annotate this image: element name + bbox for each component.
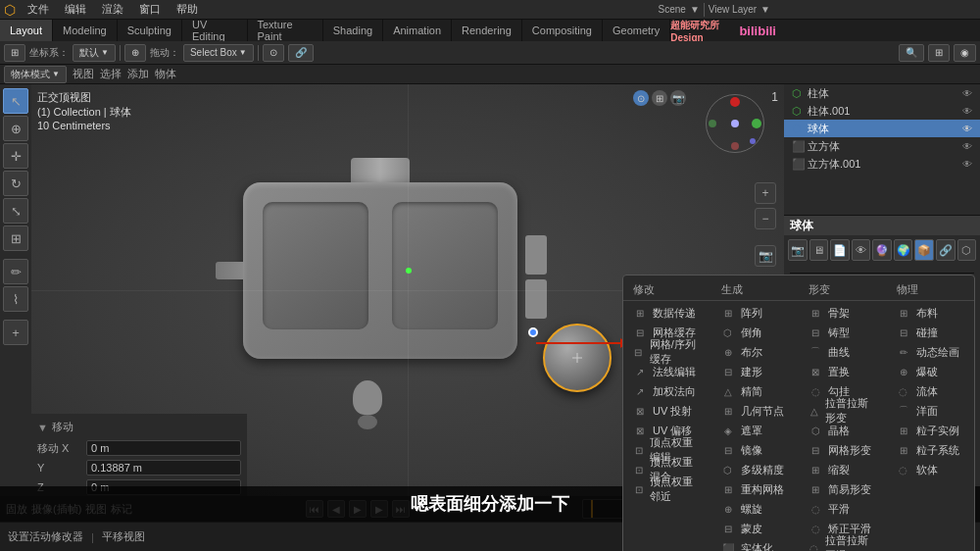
menu-item-soft-body[interactable]: ◌软体	[887, 460, 975, 479]
transform-orientation-btn[interactable]: 默认 ▼	[73, 44, 116, 62]
props-tab-render[interactable]: 🖥	[809, 239, 829, 261]
transform-tool-btn[interactable]: ⊞	[3, 225, 28, 251]
props-tab-output[interactable]: 📄	[830, 239, 850, 261]
menu-item-cloth[interactable]: ⊞布料	[887, 303, 975, 323]
menu-item-displace[interactable]: ⊠置换	[799, 362, 887, 381]
object-menu[interactable]: 物体	[155, 67, 176, 81]
menu-item-multiresolution[interactable]: ⬡多级精度	[711, 460, 800, 479]
menu-item-boolean[interactable]: ⊕布尔	[711, 342, 800, 362]
menu-item-screw[interactable]: ⊕螺旋	[711, 499, 800, 519]
menu-item-weighted-normal[interactable]: ↗加权法向	[623, 381, 711, 401]
props-tab-constraint[interactable]: 🔗	[936, 239, 956, 261]
menu-item-mesh-seq-cache[interactable]: ⊟网格/序列缓存	[623, 342, 711, 362]
menu-item-smooth[interactable]: ◌平滑	[799, 499, 887, 519]
menu-item-uv-project[interactable]: ⊠UV 投射	[623, 401, 711, 421]
menu-item-bevel[interactable]: ⬡倒角	[711, 323, 800, 342]
tab-sculpting[interactable]: Sculpting	[118, 20, 182, 41]
file-menu[interactable]: 文件	[24, 2, 53, 17]
menu-item-remesh[interactable]: ⊞重构网格	[711, 479, 800, 499]
menu-item-ocean[interactable]: ⌒洋面	[887, 401, 975, 421]
tab-rendering[interactable]: Rendering	[452, 20, 522, 41]
edit-menu[interactable]: 编辑	[61, 2, 90, 17]
menu-item-laplacian-smooth[interactable]: ◌拉普拉斯平滑	[799, 538, 887, 551]
menu-item-data-transfer[interactable]: ⊞数据传递	[623, 303, 711, 323]
tab-uv-editing[interactable]: UV Editing	[182, 20, 248, 41]
menu-item-skin[interactable]: ⊟蒙皮	[711, 519, 800, 538]
snap-type-btn[interactable]: Select Box ▼	[183, 44, 254, 62]
rotate-tool-btn[interactable]: ↻	[3, 171, 28, 196]
tab-compositing[interactable]: Compositing	[522, 20, 603, 41]
menu-item-geo-nodes[interactable]: ⊞几何节点	[711, 401, 800, 421]
menu-item-solidify[interactable]: ⬛实体化	[711, 538, 800, 551]
outliner-item-cube001[interactable]: ⬛ 立方体.001 👁	[784, 155, 980, 173]
tab-geometry[interactable]: Geometry	[603, 20, 670, 41]
menu-item-mirror[interactable]: ⊟镜像	[711, 440, 800, 460]
search-btn[interactable]: 🔍	[899, 44, 924, 62]
tab-animation[interactable]: Animation	[383, 20, 452, 41]
menu-item-explode[interactable]: ⊕爆破	[887, 362, 975, 381]
menu-item-decimate[interactable]: △精简	[711, 381, 800, 401]
menu-item-mesh-deform[interactable]: ⊟网格形变	[799, 440, 887, 460]
transform-handle[interactable]	[528, 327, 538, 337]
overlay-btn[interactable]: ⊞	[928, 44, 950, 62]
pivot-btn[interactable]: ⊕	[124, 44, 146, 62]
camera-status-icon[interactable]: 📷	[670, 90, 686, 106]
tab-modeling[interactable]: Modeling	[53, 20, 118, 41]
cursor-tool-btn[interactable]: ⊕	[3, 116, 28, 141]
add-menu[interactable]: 添加	[127, 67, 149, 81]
move-tool-btn[interactable]: ✛	[3, 143, 28, 169]
zoom-in-btn[interactable]: +	[755, 182, 776, 204]
help-menu[interactable]: 帮助	[172, 2, 202, 17]
annotate-tool-btn[interactable]: ✏	[3, 259, 28, 284]
snap-btn[interactable]: 🔗	[288, 44, 314, 62]
add-tool-btn[interactable]: +	[3, 320, 28, 345]
global-orient-btn[interactable]: ⊞	[4, 44, 25, 62]
props-tab-scene[interactable]: 📷	[788, 239, 808, 261]
x-input[interactable]: 0 m	[86, 440, 241, 456]
blender-logo-icon[interactable]: ⬡	[4, 2, 16, 18]
props-tab-world[interactable]: 🌍	[894, 239, 913, 261]
tab-shading[interactable]: Shading	[323, 20, 383, 41]
props-tab-view[interactable]: 👁	[852, 239, 871, 261]
props-tab-scene2[interactable]: 🔮	[872, 239, 892, 261]
render-status-icon[interactable]: ⊙	[633, 90, 649, 106]
menu-item-cast[interactable]: ⊟铸型	[799, 323, 887, 342]
mode-select-btn[interactable]: 物体模式 ▼	[4, 66, 67, 83]
overlay-status-icon[interactable]: ⊞	[652, 90, 667, 106]
select-tool-btn[interactable]: ↖	[3, 88, 28, 114]
menu-item-mask[interactable]: ◈遮罩	[711, 421, 800, 440]
select-menu[interactable]: 选择	[100, 67, 122, 81]
menu-item-simple-deform[interactable]: ⊞简易形变	[799, 479, 887, 499]
menu-item-vertex-weight-prox[interactable]: ⊡顶点权重邻近	[623, 479, 711, 499]
proportional-btn[interactable]: ⊙	[263, 44, 284, 62]
toggle-camera-btn[interactable]: 📷	[755, 245, 776, 267]
view-menu[interactable]: 视图	[73, 67, 94, 81]
props-tab-object[interactable]: 📦	[914, 239, 934, 261]
outliner-item-cube[interactable]: ⬛ 立方体 👁	[784, 137, 980, 155]
navigation-gizmo[interactable]	[706, 94, 774, 163]
menu-item-collision[interactable]: ⊟碰撞	[887, 323, 975, 342]
tab-texture-paint[interactable]: Texture Paint	[248, 20, 323, 41]
menu-item-array[interactable]: ⊞阵列	[711, 303, 800, 323]
viewport-shade-btn[interactable]: ◉	[954, 44, 976, 62]
menu-item-armature[interactable]: ⊞骨架	[799, 303, 887, 323]
menu-item-particle-instance[interactable]: ⊞粒子实例	[887, 421, 975, 440]
menu-item-fluid[interactable]: ◌流体	[887, 381, 975, 401]
menu-item-particle-system[interactable]: ⊞粒子系统	[887, 440, 975, 460]
window-menu[interactable]: 窗口	[135, 2, 165, 17]
menu-item-build[interactable]: ⊟建形	[711, 362, 800, 381]
menu-item-curve[interactable]: ⌒曲线	[799, 342, 887, 362]
outliner-item-cylinder[interactable]: ⬡ 柱体 👁	[784, 84, 980, 102]
scale-tool-btn[interactable]: ⤡	[3, 198, 28, 224]
render-menu[interactable]: 渲染	[98, 2, 127, 17]
tab-layout[interactable]: Layout	[0, 20, 53, 41]
zoom-out-btn[interactable]: −	[755, 208, 776, 229]
menu-item-laplacian-deform[interactable]: △拉普拉斯形变	[799, 401, 887, 421]
outliner-item-sphere[interactable]: ⬡ 球体 👁	[784, 120, 980, 137]
measure-tool-btn[interactable]: ⌇	[3, 286, 28, 312]
outliner-item-cylinder001[interactable]: ⬡ 柱体.001 👁	[784, 102, 980, 120]
props-tab-mesh[interactable]: ⬡	[957, 239, 977, 261]
y-input[interactable]: 0.13887 m	[86, 460, 241, 476]
menu-item-dynamic-paint[interactable]: ✏动态绘画	[887, 342, 975, 362]
menu-item-shrinkwrap[interactable]: ⊞缩裂	[799, 460, 887, 479]
